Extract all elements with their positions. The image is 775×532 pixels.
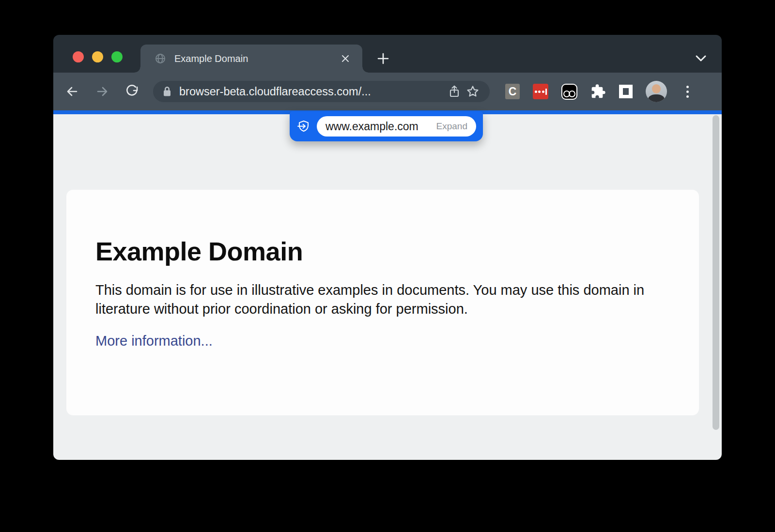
isolated-host-field[interactable]: www.example.com Expand	[317, 116, 476, 137]
url-text[interactable]: browser-beta.cloudflareaccess.com/...	[179, 85, 445, 98]
more-information-link[interactable]: More information...	[95, 333, 213, 349]
fullscreen-window-button[interactable]	[111, 51, 123, 62]
vertical-scrollbar-thumb[interactable]	[713, 115, 719, 430]
lastpass-icon[interactable]	[533, 84, 548, 99]
three-dot-menu-icon[interactable]	[680, 82, 695, 101]
content-card: Example Domain This domain is for use in…	[66, 190, 699, 415]
isolated-host-text: www.example.com	[326, 120, 431, 133]
address-bar[interactable]: browser-beta.cloudflareaccess.com/...	[153, 81, 490, 102]
page-title: Example Domain	[95, 236, 670, 266]
globe-icon	[154, 52, 167, 65]
page-paragraph: This domain is for use in illustrative e…	[95, 281, 652, 319]
profile-avatar[interactable]	[646, 81, 667, 102]
page-viewport: www.example.com Expand Example Domain Th…	[53, 114, 722, 460]
expand-button[interactable]: Expand	[436, 121, 467, 132]
isolated-site-popup: www.example.com Expand	[290, 111, 483, 141]
puzzle-icon[interactable]	[590, 84, 606, 99]
shield-arrow-icon	[296, 119, 311, 134]
minimize-window-button[interactable]	[92, 51, 103, 62]
new-tab-button[interactable]	[376, 51, 390, 66]
reload-button[interactable]	[122, 81, 142, 102]
bookmark-star-icon[interactable]	[464, 82, 482, 101]
forward-button[interactable]	[92, 81, 112, 102]
extensions-area: C	[505, 81, 695, 102]
browser-toolbar: browser-beta.cloudflareaccess.com/... C	[53, 73, 722, 110]
clickup-c-icon[interactable]: C	[505, 84, 520, 99]
browser-window: Example Domain	[53, 35, 722, 460]
tab-strip: Example Domain	[53, 35, 722, 73]
tab-title: Example Domain	[174, 53, 338, 64]
share-icon[interactable]	[445, 82, 464, 101]
tab-close-icon[interactable]	[338, 51, 353, 66]
tab-example-domain[interactable]: Example Domain	[140, 45, 362, 73]
tab-search-chevron-icon[interactable]	[694, 52, 708, 65]
close-window-button[interactable]	[73, 51, 84, 62]
back-button[interactable]	[62, 81, 82, 102]
dual-circles-extension-icon[interactable]	[561, 84, 577, 100]
traffic-lights	[73, 51, 123, 62]
frame-extension-icon[interactable]	[619, 85, 633, 98]
lock-icon[interactable]	[162, 86, 172, 97]
